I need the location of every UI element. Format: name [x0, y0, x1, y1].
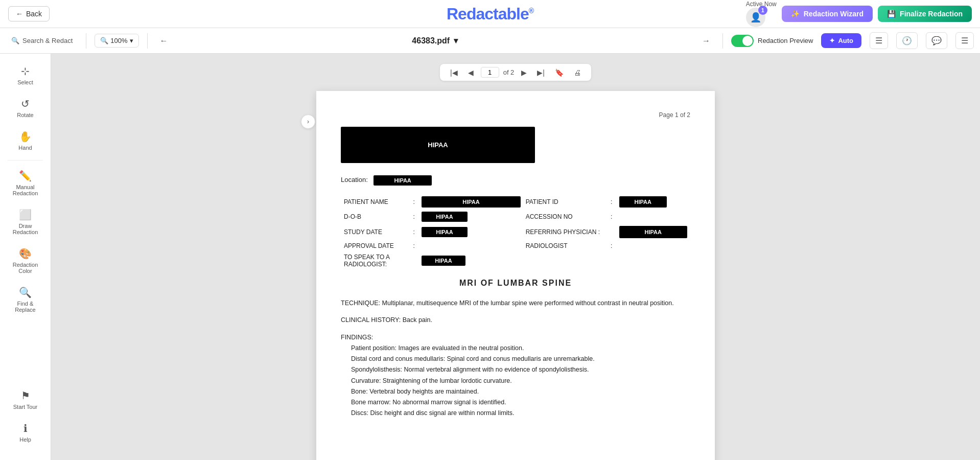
history-button[interactable]: 🕐 [896, 32, 918, 49]
page-number-input[interactable] [481, 67, 499, 78]
referring-label: REFERRING PHYSICIAN : [524, 224, 608, 240]
to-speak-label: TO SPEAK TO A RADIOLOGIST: [342, 252, 418, 269]
rotate-icon: ↺ [21, 98, 30, 110]
findings-item-1: Distal cord and conus medullaris: Spinal… [341, 354, 690, 364]
redaction-wizard-button[interactable]: ✨ Redaction Wizard [782, 6, 873, 22]
referring-redaction: HIPAA [617, 224, 689, 240]
clinical-heading: CLINICAL HISTORY: [341, 316, 401, 324]
page-total: of 2 [503, 68, 515, 76]
sidebar-item-rotate[interactable]: ↺ Rotate [3, 93, 48, 123]
patient-name-label: PATIENT NAME [342, 195, 410, 209]
patient-id-redaction: HIPAA [617, 195, 689, 209]
patient-name-colon: : [411, 195, 419, 209]
sidebar-item-redaction-color[interactable]: 🎨 Redaction Color [3, 242, 48, 279]
save-icon: 💾 [887, 10, 896, 18]
avatar[interactable]: 👤 1 [746, 8, 765, 27]
filename-dropdown-icon[interactable]: ▾ [454, 36, 458, 45]
technique-text: Multiplanar, multisequence MRI of the lu… [382, 300, 674, 307]
findings-item-0: Patient position: Images are evaluated i… [341, 343, 690, 354]
accession-label: ACCESSION NO [524, 210, 608, 223]
auto-button[interactable]: ✦ Auto [821, 33, 861, 48]
header-center: Redactable® [447, 5, 533, 24]
toggle-knob [742, 36, 753, 46]
bookmark-button[interactable]: 🔖 [552, 67, 567, 78]
clinical-section: CLINICAL HISTORY: Back pain. [341, 315, 690, 326]
sidebar-item-start-tour[interactable]: ⚑ Start Tour [3, 384, 48, 415]
back-button[interactable]: ← Back [8, 6, 50, 21]
zoom-selector[interactable]: 🔍 100% ▾ [95, 34, 138, 48]
header-left: ← Back [8, 6, 50, 21]
page-label: Page 1 of 2 [341, 111, 690, 119]
document-title: MRI OF LUMBAR SPINE [341, 279, 690, 288]
redaction-color-icon: 🎨 [19, 247, 32, 260]
technique-section: TECHNIQUE: Multiplanar, multisequence MR… [341, 298, 690, 309]
page-navigation: |◀ ◀ of 2 ▶ ▶| 🔖 🖨 [440, 64, 591, 81]
sidebar-item-hand[interactable]: ✋ Hand [3, 125, 48, 156]
toolbar-separator-2 [147, 33, 148, 49]
back-label: Back [26, 10, 42, 18]
table-row: D-O-B : HIPAA ACCESSION NO : [342, 210, 689, 223]
wand-icon: ✨ [791, 10, 800, 18]
sidebar-label-select: Select [17, 79, 33, 85]
list-button[interactable]: ☰ [955, 32, 974, 49]
sidebar-label-hand: Hand [18, 145, 32, 151]
finalize-redaction-button[interactable]: 💾 Finalize Redaction [878, 6, 972, 22]
help-icon: ℹ [24, 422, 28, 434]
to-speak-redaction: HIPAA [419, 252, 522, 269]
sidebar-item-help[interactable]: ℹ Help [3, 417, 48, 448]
toolbar-separator-3 [722, 33, 723, 49]
prev-arrow-button[interactable]: ← [156, 34, 172, 48]
table-row: STUDY DATE : HIPAA REFERRING PHYSICIAN : [342, 224, 689, 240]
select-icon: ⊹ [21, 65, 30, 77]
draw-redaction-icon: ⬜ [19, 209, 32, 221]
findings-item-5: Bone marrow: No abnormal marrow signal i… [341, 397, 690, 408]
patient-id-label: PATIENT ID [524, 195, 608, 209]
sidebar-item-manual-redaction[interactable]: ✏️ Manual Redaction [3, 165, 48, 201]
start-tour-icon: ⚑ [21, 389, 30, 402]
prev-page-button[interactable]: ◀ [465, 67, 477, 78]
technique-heading: TECHNIQUE: [341, 300, 380, 307]
patient-name-redaction: HIPAA [419, 195, 522, 209]
sidebar-item-select[interactable]: ⊹ Select [3, 60, 48, 90]
toolbar-separator-1 [86, 33, 86, 49]
findings-item-3: Curvature: Straightening of the lumbar l… [341, 376, 690, 386]
viewer-area: |◀ ◀ of 2 ▶ ▶| 🔖 🖨 › Page 1 of 2 HIPAA [51, 54, 980, 460]
approval-date-label: APPROVAL DATE [342, 241, 410, 251]
radiologist-label: RADIOLOGIST [524, 241, 608, 251]
next-arrow-button[interactable]: → [698, 34, 714, 48]
chevron-down-icon: ▾ [130, 37, 133, 44]
study-date-redaction: HIPAA [419, 224, 522, 240]
redaction-preview-toggle: Redaction Preview [731, 35, 813, 47]
filename-label: 46383.pdf [412, 36, 450, 45]
search-redact-button[interactable]: 🔍 Search & Redact [6, 34, 78, 48]
last-page-button[interactable]: ▶| [534, 67, 548, 78]
logo: Redactable® [447, 5, 533, 24]
header-right: Active Now 👤 1 ✨ Redaction Wizard 💾 Fina… [746, 1, 972, 27]
sidebar-item-find-replace[interactable]: 🔍 Find & Replace [3, 281, 48, 318]
view-mode-button[interactable]: ☰ [870, 32, 888, 49]
dob-redaction: HIPAA [419, 210, 522, 223]
first-page-button[interactable]: |◀ [447, 67, 461, 78]
sidebar-label-help: Help [19, 436, 31, 443]
findings-item-6: Discs: Disc height and disc signal are w… [341, 408, 690, 419]
location-redaction: HIPAA [374, 175, 431, 186]
sidebar-label-draw-redaction: Draw Redaction [7, 223, 44, 235]
sidebar-label-redaction-color: Redaction Color [7, 262, 44, 274]
pdf-page: Page 1 of 2 HIPAA Location: HIPAA [316, 91, 715, 460]
back-arrow-icon: ← [16, 10, 23, 18]
find-replace-icon: 🔍 [19, 286, 32, 298]
findings-item-4: Bone: Vertebral body heights are maintai… [341, 386, 690, 397]
search-icon: 🔍 [11, 37, 19, 44]
sidebar-item-draw-redaction[interactable]: ⬜ Draw Redaction [3, 203, 48, 240]
location-row: Location: HIPAA [341, 175, 690, 186]
preview-toggle-switch[interactable] [731, 35, 754, 47]
sidebar-label-start-tour: Start Tour [13, 404, 38, 410]
print-button[interactable]: 🖨 [571, 67, 584, 78]
next-page-button[interactable]: ▶ [518, 67, 530, 78]
collapse-sidebar-button[interactable]: › [301, 114, 315, 129]
clinical-text: Back pain. [403, 316, 432, 324]
findings-item-2: Spondylolisthesis: Normal vertebral alig… [341, 364, 690, 375]
comment-button[interactable]: 💬 [926, 32, 947, 49]
redaction-preview-label: Redaction Preview [758, 37, 813, 44]
findings-section: FINDINGS: Patient position: Images are e… [341, 332, 690, 419]
